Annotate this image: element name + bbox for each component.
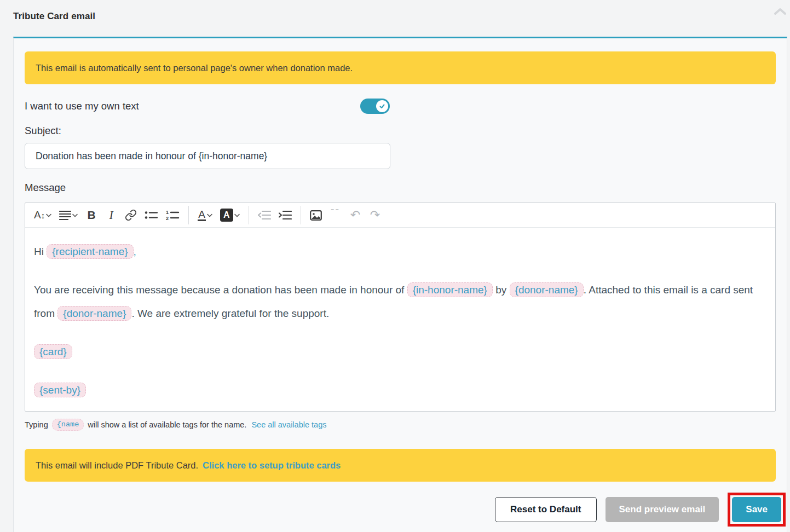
setup-tribute-cards-link[interactable]: Click here to setup tribute cards xyxy=(203,460,341,471)
toolbar-divider xyxy=(188,206,189,224)
save-highlight-annotation: Save xyxy=(728,493,786,527)
save-button[interactable]: Save xyxy=(732,497,781,522)
actions-row: Reset to Default Send preview email Save xyxy=(25,493,776,527)
bulleted-list-icon xyxy=(145,210,158,220)
auto-send-info-text: This email is automatically sent to pers… xyxy=(36,63,353,73)
outdent-icon xyxy=(258,210,271,220)
undo-button[interactable]: ↶ xyxy=(347,206,364,224)
toolbar-divider xyxy=(249,206,249,224)
donor-name-tag[interactable]: {donor-name} xyxy=(510,282,584,297)
chevron-down-icon xyxy=(207,213,212,217)
insert-image-button[interactable] xyxy=(308,206,324,224)
recipient-name-tag[interactable]: {recipient-name} xyxy=(47,244,133,259)
background-color-button[interactable]: A xyxy=(218,206,242,224)
toolbar-divider xyxy=(301,206,301,224)
chevron-up-icon[interactable] xyxy=(774,8,787,15)
use-own-text-toggle[interactable] xyxy=(360,99,390,114)
redo-button[interactable]: ↷ xyxy=(367,206,383,224)
hint-text: will show a list of available tags for t… xyxy=(88,420,246,429)
chevron-down-icon xyxy=(234,213,240,217)
sent-by-tag[interactable]: {sent-by} xyxy=(34,383,86,397)
indent-icon xyxy=(279,210,292,220)
see-all-tags-link[interactable]: See all available tags xyxy=(251,420,326,429)
link-icon xyxy=(125,209,137,221)
redo-icon: ↷ xyxy=(370,208,380,222)
italic-button[interactable]: I xyxy=(103,206,119,224)
pdf-tribute-card-banner: This email will include PDF Tribute Card… xyxy=(25,449,776,482)
reset-to-default-button[interactable]: Reset to Default xyxy=(495,497,596,522)
text-color-button[interactable]: A xyxy=(195,206,215,224)
align-button[interactable] xyxy=(57,206,80,224)
undo-icon: ↶ xyxy=(350,208,360,222)
sent-by-line: {sent-by} xyxy=(34,378,766,402)
indent-button[interactable] xyxy=(276,206,294,224)
hint-prefix: Typing xyxy=(25,420,48,429)
svg-text:1: 1 xyxy=(166,210,169,215)
card-line: {card} xyxy=(34,340,766,363)
chevron-down-icon xyxy=(46,213,51,217)
chevron-down-icon xyxy=(72,213,78,217)
page-header: Tribute Card email xyxy=(0,0,790,22)
message-label: Message xyxy=(25,182,776,194)
numbered-list-icon: 12 xyxy=(165,210,180,221)
tags-hint-row: Typing {name will show a list of availab… xyxy=(25,419,776,431)
numbered-list-button[interactable]: 12 xyxy=(163,206,182,224)
blockquote-button[interactable]: “ xyxy=(327,206,344,224)
outdent-button[interactable] xyxy=(256,206,273,224)
tribute-card-email-panel: This email is automatically sent to pers… xyxy=(13,37,787,532)
toggle-check-icon xyxy=(376,100,388,112)
use-own-text-label: I want to use my own text xyxy=(25,100,360,112)
bold-button[interactable]: B xyxy=(83,206,100,224)
svg-text:2: 2 xyxy=(166,216,169,221)
message-editor-content[interactable]: Hi {recipient-name}, You are receiving t… xyxy=(25,228,775,411)
greeting-line: Hi {recipient-name}, xyxy=(34,240,766,263)
send-preview-email-button[interactable]: Send preview email xyxy=(606,497,719,522)
use-own-text-row: I want to use my own text xyxy=(25,99,776,114)
donor-name-tag[interactable]: {donor-name} xyxy=(57,306,131,321)
auto-send-info-banner: This email is automatically sent to pers… xyxy=(25,51,776,84)
card-tag[interactable]: {card} xyxy=(34,344,72,359)
body-paragraph: You are receiving this message because a… xyxy=(34,278,766,325)
editor-toolbar: A↕ B I 12 A xyxy=(25,203,775,228)
page-title: Tribute Card email xyxy=(13,11,777,22)
message-editor: A↕ B I 12 A xyxy=(25,203,776,412)
updown-arrow-icon: ↕ xyxy=(41,211,45,220)
in-honor-name-tag[interactable]: {in-honor-name} xyxy=(407,282,493,297)
pdf-tribute-card-text: This email will include PDF Tribute Card… xyxy=(36,460,198,471)
bulleted-list-button[interactable] xyxy=(142,206,160,224)
name-tag-sample: {name xyxy=(52,419,84,431)
image-icon xyxy=(310,210,322,221)
link-button[interactable] xyxy=(123,206,139,224)
subject-label: Subject: xyxy=(25,125,776,137)
subject-input[interactable] xyxy=(25,143,390,169)
font-size-button[interactable]: A↕ xyxy=(32,206,54,224)
align-justify-icon xyxy=(59,210,71,220)
